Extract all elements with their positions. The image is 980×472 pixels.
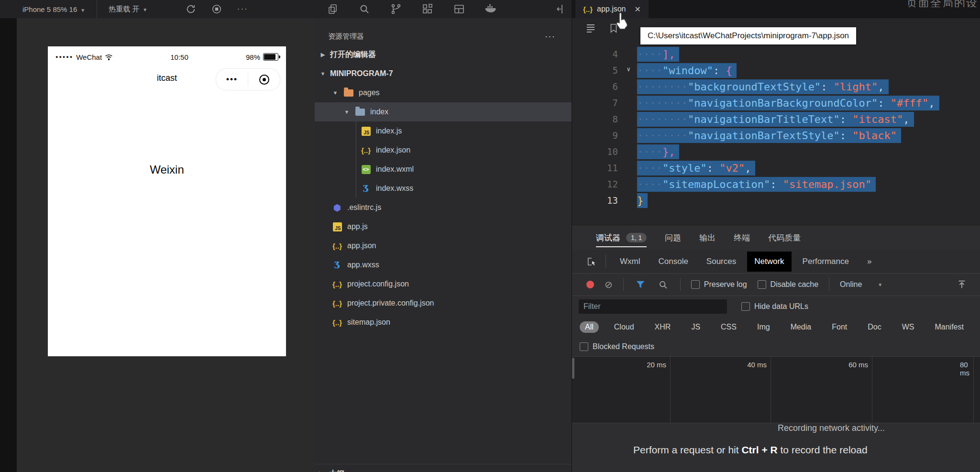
- chevron-down-icon[interactable]: ▼: [343, 109, 350, 115]
- code-line-11[interactable]: 11····"style": "v2",: [572, 160, 980, 176]
- throttling-dropdown[interactable]: Online▼: [840, 280, 882, 289]
- debugger-tab-调试器[interactable]: 调试器1, 1: [596, 225, 647, 250]
- hide-data-urls-checkbox[interactable]: Hide data URLs: [741, 302, 808, 311]
- phone-preview[interactable]: ●●●●● WeChat 10:50 98% itcast ••• Weix: [48, 46, 286, 356]
- debugger-tab-问题[interactable]: 问题: [665, 225, 681, 250]
- devtools-tab-console[interactable]: Console: [651, 252, 695, 272]
- filter-pill-manifest[interactable]: Manifest: [929, 321, 969, 333]
- menu-dots-icon[interactable]: •••: [216, 75, 248, 84]
- tree-item--eslintrc-js[interactable]: ⬢.eslintrc.js: [315, 198, 572, 217]
- git-branch-icon[interactable]: [390, 3, 402, 15]
- section-project-root[interactable]: ▼ MINIPROGRAM-7: [315, 64, 572, 83]
- filter-pill-css[interactable]: CSS: [716, 321, 742, 333]
- tree-item-app-js[interactable]: JSapp.js: [315, 217, 572, 236]
- tree-item-index-wxml[interactable]: <>index.wxml: [315, 160, 572, 179]
- line-number[interactable]: 6: [572, 81, 618, 92]
- code-line-9[interactable]: 9········"navigationBarTextStyle": "blac…: [572, 127, 980, 143]
- line-number[interactable]: 12: [572, 179, 618, 189]
- code-line-5[interactable]: 5∨····"window": {: [572, 62, 980, 78]
- devtools-tab-network[interactable]: Network: [747, 252, 791, 272]
- timeline-scroll-notch[interactable]: [572, 358, 574, 379]
- filter-pill-xhr[interactable]: XHR: [650, 321, 676, 333]
- refresh-button[interactable]: [185, 3, 197, 15]
- checkbox-icon[interactable]: [580, 342, 588, 351]
- chevron-down-icon[interactable]: ▼: [332, 90, 339, 96]
- code-lines[interactable]: 4····],5∨····"window": {6········"backgr…: [572, 46, 980, 209]
- preserve-log-checkbox[interactable]: Preserve log: [691, 280, 747, 289]
- filter-input[interactable]: Filter: [579, 299, 727, 314]
- code-line-7[interactable]: 7········"navigationBarBackgroundColor":…: [572, 95, 980, 111]
- close-target-icon[interactable]: [248, 75, 280, 85]
- line-number[interactable]: 8: [572, 114, 618, 124]
- devtools-tab-»[interactable]: »: [860, 252, 879, 272]
- search-icon[interactable]: [358, 3, 371, 15]
- checkbox-icon[interactable]: [741, 302, 750, 311]
- filter-pill-doc[interactable]: Doc: [862, 321, 886, 333]
- checkbox-icon[interactable]: [691, 280, 700, 289]
- tree-item-index[interactable]: ▼index: [315, 102, 572, 121]
- search-icon[interactable]: [657, 278, 670, 291]
- line-number[interactable]: 4: [572, 49, 618, 59]
- import-har-button[interactable]: [956, 278, 968, 291]
- filter-pill-ws[interactable]: WS: [897, 321, 920, 333]
- line-number[interactable]: 5∨: [572, 65, 618, 76]
- fold-chevron-icon[interactable]: ∨: [627, 66, 630, 73]
- record-button[interactable]: [586, 281, 594, 288]
- filter-funnel-icon[interactable]: [634, 278, 647, 291]
- device-selector[interactable]: iPhone 5 85% 16▼: [22, 5, 85, 13]
- filter-pill-all[interactable]: All: [580, 321, 599, 333]
- code-line-10[interactable]: 10····},: [572, 143, 980, 160]
- tree-item-app-json[interactable]: {..}app.json: [315, 236, 572, 255]
- explorer-more-button[interactable]: ···: [545, 31, 555, 42]
- tree-item-app-wxss[interactable]: Ʒapp.wxss: [315, 255, 572, 274]
- filter-pill-img[interactable]: Img: [752, 321, 775, 333]
- filter-pill-media[interactable]: Media: [785, 321, 817, 333]
- debugger-tab-终端[interactable]: 终端: [734, 225, 750, 250]
- close-tab-icon[interactable]: ✕: [635, 5, 641, 14]
- miniprogram-capsule[interactable]: •••: [216, 68, 280, 90]
- docker-icon[interactable]: [484, 3, 497, 15]
- code-line-8[interactable]: 8········"navigationBarTitleText": "itca…: [572, 111, 980, 127]
- files-copy-icon[interactable]: [327, 3, 339, 15]
- code-line-12[interactable]: 12····"sitemapLocation": "sitemap.json": [572, 176, 980, 192]
- clear-icon[interactable]: ⊘: [605, 280, 613, 289]
- filter-pill-js[interactable]: JS: [686, 321, 705, 333]
- checkbox-icon[interactable]: [758, 280, 766, 289]
- tree-item-pages[interactable]: ▼pages: [315, 83, 572, 102]
- extensions-icon[interactable]: [421, 3, 434, 15]
- outline-list-icon[interactable]: [584, 22, 597, 34]
- network-timeline[interactable]: 20 ms40 ms60 ms80 ms: [572, 356, 980, 423]
- line-number[interactable]: 13: [572, 195, 618, 206]
- tree-item-index-wxss[interactable]: Ʒindex.wxss: [315, 179, 572, 198]
- code-line-6[interactable]: 6········"backgroundTextStyle": "light",: [572, 78, 980, 95]
- hot-reload-toggle[interactable]: 热重载 开▼: [109, 5, 147, 14]
- debugger-tab-输出[interactable]: 输出: [699, 225, 716, 250]
- blocked-requests-checkbox[interactable]: Blocked Requests: [580, 342, 654, 351]
- filter-pill-cloud[interactable]: Cloud: [609, 321, 639, 333]
- section-open-editors[interactable]: ▶ 打开的编辑器: [315, 45, 572, 64]
- tree-item-project-private-config-json[interactable]: {..}project.private.config.json: [315, 294, 572, 313]
- tree-item-index-js[interactable]: JSindex.js: [315, 121, 572, 141]
- section-outline[interactable]: ▶ 大纲: [315, 464, 572, 472]
- line-number[interactable]: 7: [572, 98, 618, 108]
- code-line-13[interactable]: 13}: [572, 192, 980, 209]
- line-number[interactable]: 11: [572, 163, 618, 173]
- layout-icon[interactable]: [453, 3, 465, 15]
- disable-cache-checkbox[interactable]: Disable cache: [758, 280, 819, 289]
- devtools-tab-wxml[interactable]: Wxml: [613, 252, 647, 272]
- tree-item-index-json[interactable]: {..}index.json: [315, 141, 572, 160]
- toggle-sidebar-button[interactable]: [554, 3, 566, 15]
- page-body-text[interactable]: Weixin: [48, 163, 286, 176]
- tab-app-json[interactable]: {..} app.json ✕: [575, 0, 649, 18]
- tree-item-sitemap-json[interactable]: {..}sitemap.json: [315, 313, 572, 332]
- line-number[interactable]: 10: [572, 146, 618, 157]
- code-editor[interactable]: 4····],5∨····"window": {6········"backgr…: [572, 18, 980, 225]
- line-number[interactable]: 9: [572, 130, 618, 141]
- inspect-element-icon[interactable]: [585, 255, 598, 268]
- filter-pill-font[interactable]: Font: [826, 321, 852, 333]
- code-line-4[interactable]: 4····],: [572, 46, 980, 62]
- more-actions-button[interactable]: ···: [236, 3, 249, 15]
- devtools-tab-performance[interactable]: Performance: [795, 252, 856, 272]
- devtools-tab-sources[interactable]: Sources: [699, 252, 743, 272]
- tree-item-project-config-json[interactable]: {..}project.config.json: [315, 274, 572, 294]
